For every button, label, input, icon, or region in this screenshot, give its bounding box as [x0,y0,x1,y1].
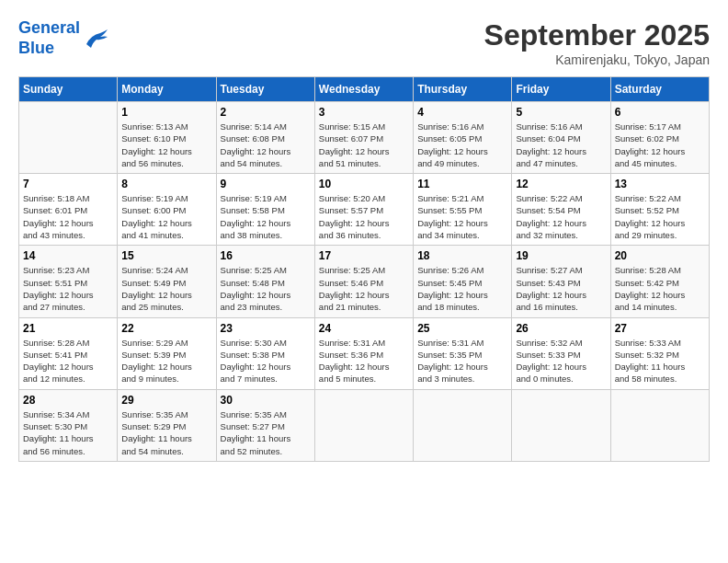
calendar-day-cell: 8Sunrise: 5:19 AM Sunset: 6:00 PM Daylig… [118,174,216,246]
weekday-header: Saturday [610,77,709,102]
calendar-day-cell: 18Sunrise: 5:26 AM Sunset: 5:45 PM Dayli… [414,246,512,317]
day-number: 20 [615,249,705,262]
calendar-day-cell [512,389,610,461]
day-number: 3 [319,106,409,119]
day-info: Sunrise: 5:29 AM Sunset: 5:39 PM Dayligh… [121,337,211,385]
day-number: 28 [23,394,113,407]
day-number: 29 [121,394,211,407]
weekday-header: Wednesday [314,77,413,102]
day-number: 27 [615,322,705,335]
day-info: Sunrise: 5:28 AM Sunset: 5:42 PM Dayligh… [615,264,705,313]
calendar-day-cell: 26Sunrise: 5:32 AM Sunset: 5:33 PM Dayli… [512,317,610,389]
weekday-header: Tuesday [216,77,314,102]
calendar-week-row: 7Sunrise: 5:18 AM Sunset: 6:01 PM Daylig… [19,174,710,246]
day-info: Sunrise: 5:27 AM Sunset: 5:43 PM Dayligh… [516,264,606,313]
day-number: 5 [516,106,606,119]
weekday-header: Friday [512,77,610,102]
day-number: 23 [221,322,311,335]
day-number: 10 [319,178,409,190]
calendar-day-cell: 5Sunrise: 5:16 AM Sunset: 6:04 PM Daylig… [512,102,610,174]
month-title: September 2025 [484,18,710,52]
day-number: 11 [417,178,507,190]
calendar-day-cell: 25Sunrise: 5:31 AM Sunset: 5:35 PM Dayli… [414,317,512,389]
day-info: Sunrise: 5:21 AM Sunset: 5:55 PM Dayligh… [417,192,507,241]
location-subtitle: Kamirenjaku, Tokyo, Japan [484,52,710,67]
calendar-week-row: 21Sunrise: 5:28 AM Sunset: 5:41 PM Dayli… [19,317,710,389]
day-number: 26 [516,322,606,335]
day-info: Sunrise: 5:32 AM Sunset: 5:33 PM Dayligh… [516,337,606,385]
day-info: Sunrise: 5:14 AM Sunset: 6:08 PM Dayligh… [221,121,311,169]
calendar-day-cell [610,389,709,461]
calendar-day-cell: 4Sunrise: 5:16 AM Sunset: 6:05 PM Daylig… [414,102,512,174]
day-number: 13 [615,178,705,190]
day-number: 25 [417,322,507,335]
day-number: 17 [319,249,409,262]
calendar-day-cell: 27Sunrise: 5:33 AM Sunset: 5:32 PM Dayli… [610,317,709,389]
calendar-day-cell: 9Sunrise: 5:19 AM Sunset: 5:58 PM Daylig… [216,174,314,246]
day-number: 1 [121,106,211,119]
day-info: Sunrise: 5:31 AM Sunset: 5:35 PM Dayligh… [417,337,507,385]
day-info: Sunrise: 5:25 AM Sunset: 5:46 PM Dayligh… [319,264,409,313]
calendar-week-row: 1Sunrise: 5:13 AM Sunset: 6:10 PM Daylig… [19,102,710,174]
calendar-week-row: 28Sunrise: 5:34 AM Sunset: 5:30 PM Dayli… [19,389,710,461]
day-info: Sunrise: 5:17 AM Sunset: 6:02 PM Dayligh… [615,121,705,169]
calendar-day-cell: 3Sunrise: 5:15 AM Sunset: 6:07 PM Daylig… [314,102,413,174]
calendar-day-cell: 19Sunrise: 5:27 AM Sunset: 5:43 PM Dayli… [512,246,610,317]
day-info: Sunrise: 5:26 AM Sunset: 5:45 PM Dayligh… [417,264,507,313]
weekday-header: Monday [118,77,216,102]
day-number: 14 [23,249,113,262]
day-info: Sunrise: 5:35 AM Sunset: 5:29 PM Dayligh… [121,408,211,457]
logo: General Blue [18,18,109,58]
day-info: Sunrise: 5:16 AM Sunset: 6:04 PM Dayligh… [516,121,606,169]
calendar-day-cell: 7Sunrise: 5:18 AM Sunset: 6:01 PM Daylig… [19,174,118,246]
day-number: 22 [121,322,211,335]
day-info: Sunrise: 5:25 AM Sunset: 5:48 PM Dayligh… [221,264,311,313]
day-info: Sunrise: 5:33 AM Sunset: 5:32 PM Dayligh… [615,337,705,385]
calendar-day-cell: 12Sunrise: 5:22 AM Sunset: 5:54 PM Dayli… [512,174,610,246]
day-number: 30 [221,394,311,407]
calendar-day-cell: 24Sunrise: 5:31 AM Sunset: 5:36 PM Dayli… [314,317,413,389]
weekday-header: Sunday [19,77,118,102]
day-number: 12 [516,178,606,190]
calendar-day-cell [414,389,512,461]
calendar-day-cell [314,389,413,461]
day-number: 4 [417,106,507,119]
day-info: Sunrise: 5:15 AM Sunset: 6:07 PM Dayligh… [319,121,409,169]
day-info: Sunrise: 5:13 AM Sunset: 6:10 PM Dayligh… [121,121,211,169]
day-info: Sunrise: 5:22 AM Sunset: 5:54 PM Dayligh… [516,192,606,241]
calendar-day-cell: 2Sunrise: 5:14 AM Sunset: 6:08 PM Daylig… [216,102,314,174]
calendar-day-cell: 6Sunrise: 5:17 AM Sunset: 6:02 PM Daylig… [610,102,709,174]
calendar-day-cell: 23Sunrise: 5:30 AM Sunset: 5:38 PM Dayli… [216,317,314,389]
day-number: 16 [221,249,311,262]
day-info: Sunrise: 5:24 AM Sunset: 5:49 PM Dayligh… [121,264,211,313]
day-info: Sunrise: 5:18 AM Sunset: 6:01 PM Dayligh… [23,192,113,241]
calendar-day-cell: 15Sunrise: 5:24 AM Sunset: 5:49 PM Dayli… [118,246,216,317]
calendar-day-cell: 28Sunrise: 5:34 AM Sunset: 5:30 PM Dayli… [19,389,118,461]
calendar-day-cell: 22Sunrise: 5:29 AM Sunset: 5:39 PM Dayli… [118,317,216,389]
calendar-day-cell: 10Sunrise: 5:20 AM Sunset: 5:57 PM Dayli… [314,174,413,246]
day-number: 19 [516,249,606,262]
calendar-day-cell [19,102,118,174]
day-number: 7 [23,178,113,190]
day-number: 21 [23,322,113,335]
page-header: General Blue September 2025 Kamirenjaku,… [18,18,710,67]
day-info: Sunrise: 5:23 AM Sunset: 5:51 PM Dayligh… [23,264,113,313]
calendar-day-cell: 1Sunrise: 5:13 AM Sunset: 6:10 PM Daylig… [118,102,216,174]
calendar-day-cell: 17Sunrise: 5:25 AM Sunset: 5:46 PM Dayli… [314,246,413,317]
logo-text: General Blue [18,18,80,58]
title-block: September 2025 Kamirenjaku, Tokyo, Japan [484,18,710,67]
day-number: 24 [319,322,409,335]
calendar-day-cell: 30Sunrise: 5:35 AM Sunset: 5:27 PM Dayli… [216,389,314,461]
calendar-day-cell: 20Sunrise: 5:28 AM Sunset: 5:42 PM Dayli… [610,246,709,317]
calendar-table: SundayMondayTuesdayWednesdayThursdayFrid… [18,76,710,462]
weekday-header: Thursday [414,77,512,102]
calendar-day-cell: 21Sunrise: 5:28 AM Sunset: 5:41 PM Dayli… [19,317,118,389]
day-info: Sunrise: 5:35 AM Sunset: 5:27 PM Dayligh… [221,408,311,457]
day-info: Sunrise: 5:19 AM Sunset: 5:58 PM Dayligh… [221,192,311,241]
calendar-day-cell: 13Sunrise: 5:22 AM Sunset: 5:52 PM Dayli… [610,174,709,246]
calendar-header-row: SundayMondayTuesdayWednesdayThursdayFrid… [19,77,710,102]
day-info: Sunrise: 5:22 AM Sunset: 5:52 PM Dayligh… [615,192,705,241]
calendar-day-cell: 29Sunrise: 5:35 AM Sunset: 5:29 PM Dayli… [118,389,216,461]
day-info: Sunrise: 5:19 AM Sunset: 6:00 PM Dayligh… [121,192,211,241]
day-number: 18 [417,249,507,262]
